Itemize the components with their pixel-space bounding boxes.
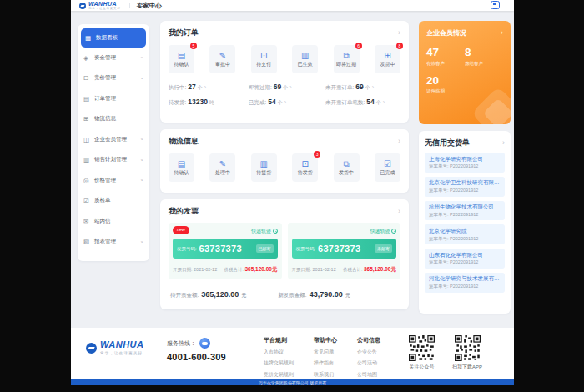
truck-icon: ⊞ (83, 116, 91, 123)
company-name: 北京化学卫生科技研究有限… (429, 179, 501, 186)
funds-icon: ◈ (83, 55, 91, 62)
footer-column-help-center: 帮助中心 常见问题 操作指南 联系我们 (314, 336, 337, 379)
delivery-list-item[interactable]: 上海化学研究有限公司 派车单号: P2022091912 (425, 153, 505, 173)
express-track-link[interactable]: 快递轨迹 (370, 228, 397, 235)
message-icon[interactable] (491, 1, 500, 9)
footer-link[interactable]: 操作指南 (314, 359, 337, 367)
brand-logo[interactable]: WANHUA 化学，让生活更美好 (79, 1, 121, 11)
logistics-status-processing[interactable]: ✎ 处理中 (209, 153, 235, 182)
footer-link[interactable]: 入市协议 (264, 349, 294, 356)
chevron-right-icon[interactable] (398, 29, 400, 37)
sidebar-item-sales-plan[interactable]: ▥ 销售计划管理 (78, 150, 149, 171)
header-nav-title[interactable]: 卖家中心 (137, 2, 162, 10)
logistics-status-pickup[interactable]: ▥ 待提货 (251, 153, 277, 182)
my-orders-title: 我的订单 (169, 28, 199, 38)
footer-logo: WANHUA 化学，让生活更美好 (86, 340, 144, 356)
wanhua-logo-icon (79, 3, 86, 9)
mascot-avatar-icon (199, 338, 210, 349)
logistics-status-to-ship[interactable]: 3 ⊡ 待发货 (292, 153, 318, 182)
stat-uninvoiced-count[interactable]: 未开票订单笔数: 54 个 (325, 98, 400, 107)
order-status-to-pay[interactable]: ⊡ 待支付 (251, 45, 277, 73)
footer-link[interactable]: 常见问题 (314, 349, 337, 356)
logistics-status-shipping[interactable]: ⧉ 发货中 (334, 153, 360, 182)
footer-link[interactable]: 竞价交易规则 (264, 371, 294, 379)
logistics-status-pending-confirm[interactable]: ▤ 待确认 (169, 153, 194, 182)
stat-to-ship[interactable]: 待发货: 13230 吨 (169, 98, 249, 107)
sidebar-item-logistics[interactable]: ⊞ 物流信息 (78, 109, 149, 130)
order-status-shipping[interactable]: 8 ⊞ 发货中 (375, 45, 400, 73)
sidebar-item-bidding[interactable]: ⊡ 竞价管理 (78, 68, 149, 89)
membership-stat-expiring-docs: 20 证件临期 (426, 75, 465, 95)
chevron-right-icon[interactable] (398, 208, 400, 215)
sidebar-item-membership[interactable]: ◫ 企业会员管理 (78, 129, 149, 150)
order-stats-grid: 执行中: 27 个 即将过期: 69 个 未开票订单: 69 个 待发货: 13… (169, 83, 400, 107)
check-icon: ☑ (384, 160, 391, 168)
delivery-list-item[interactable]: 北京化学卫生科技研究有限… 派车单号: P2022091912 (425, 177, 505, 197)
chevron-right-icon (284, 99, 286, 105)
footer-link[interactable]: 公司地图 (357, 371, 380, 379)
sidebar-item-pricing[interactable]: ◎ 价格管理 (78, 170, 149, 191)
sidebar-item-dashboard[interactable]: ▦ 数据看板 (81, 28, 146, 48)
sidebar-item-label: 企业会员管理 (94, 136, 127, 143)
member-icon: ◫ (83, 137, 91, 143)
sidebar-item-messages[interactable]: ✉ 站内信 (78, 211, 149, 232)
hotline-number: 4001-600-309 (167, 352, 226, 362)
count-badge: 5 (190, 43, 197, 49)
stat-completed[interactable]: 已完成: 54 个 (249, 98, 325, 107)
footer-link[interactable]: 联系我们 (314, 371, 337, 379)
order-status-in-approval[interactable]: ✎ 审批中 (209, 45, 235, 73)
chevron-down-icon (140, 77, 143, 80)
sidebar-item-quality-check[interactable]: ☑ 质检单 (78, 191, 149, 212)
sidebar-item-reports[interactable]: ▧ 报表管理 (78, 232, 149, 253)
stat-expiring[interactable]: 即将过期: 69 个 (249, 83, 325, 92)
dispatch-number: 派车单号: P2022091912 (429, 284, 501, 289)
count-badge: 6 (355, 43, 362, 49)
my-invoices-title: 我的发票 (169, 206, 199, 217)
seller-portal-page: WANHUA 化学，让生活更美好 卖家中心 ▦ 数据看板 ◈ 资金管理 ⊡ 竞价… (71, 0, 514, 385)
logistics-status-done[interactable]: ☑ 已完成 (375, 153, 400, 182)
order-status-pending-confirm[interactable]: 5 ▤ 待确认 (169, 45, 194, 73)
order-status-row: 5 ▤ 待确认 ✎ 审批中 ⊡ 待支付 ▥ 已生效 6 ⧉ 即将过期 (169, 45, 400, 73)
summary-new-invoice-amount: 新发票金额: 43,790.00 元 (278, 290, 350, 299)
order-status-expiring[interactable]: 6 ⧉ 即将过期 (334, 45, 360, 73)
invoice-card[interactable]: 快递轨迹 发票号码: 63737373 未邮寄 开票日期: 2021-02-12 (288, 223, 401, 279)
delivery-list-item[interactable]: 北京化学研究院 派车单号: P2022091912 (425, 224, 505, 244)
footer-link[interactable]: 公司活动 (357, 359, 380, 367)
track-arrow-icon (391, 229, 396, 234)
chevron-down-icon (140, 178, 143, 182)
mail-status-tag: 已邮寄 (256, 244, 274, 253)
express-track-link[interactable]: 快递轨迹 (251, 228, 278, 235)
sidebar-item-label: 数据看板 (96, 34, 118, 42)
delivery-list-item[interactable]: 山东石化化学有限公司 派车单号: P2022091912 (425, 249, 505, 269)
company-name: 上海化学研究有限公司 (429, 156, 501, 163)
company-name: 山东石化化学有限公司 (429, 252, 501, 259)
order-status-effective[interactable]: ▥ 已生效 (292, 45, 318, 73)
enterprise-membership-card[interactable]: 企业会员情况 47 有效客户 8 冻结客户 20 证件临期 (419, 21, 511, 124)
sidebar-item-funds[interactable]: ◈ 资金管理 (78, 48, 149, 68)
my-invoices-card: 我的发票 new 快递轨迹 发票号码: 63737373 已邮寄 (160, 199, 409, 309)
footer-link[interactable]: 企业公告 (357, 349, 380, 356)
invoice-card[interactable]: new 快递轨迹 发票号码: 63737373 已邮寄 开票日期: 2021-0… (169, 223, 282, 279)
chevron-right-icon[interactable] (502, 139, 505, 147)
service-hotline: 服务热线： 4001-600-309 (167, 338, 226, 362)
chevron-right-icon (289, 84, 291, 90)
wanhua-logo-icon (86, 343, 97, 354)
page-footer: WANHUA 化学，让生活更美好 服务热线： 4001-600-309 平台规则… (71, 328, 514, 379)
company-name: 河北化学研究与技术发展有… (429, 275, 501, 282)
invoice-date: 开票日期: 2021-02-12 (173, 267, 217, 273)
sidebar-item-orders[interactable]: ▤ 订单管理 (78, 88, 149, 109)
my-orders-card: 我的订单 5 ▤ 待确认 ✎ 审批中 ⊡ 待支付 ▥ 已生效 6 (160, 21, 409, 123)
chevron-right-icon (383, 99, 385, 105)
footer-qr-codes: 关注公众号 (409, 335, 482, 371)
top-header: WANHUA 化学，让生活更美好 卖家中心 (71, 0, 514, 11)
stat-executing[interactable]: 执行中: 27 个 (169, 83, 249, 92)
edit-icon: ✎ (219, 52, 226, 60)
envelope-icon: ✉ (83, 219, 91, 225)
delivery-list-item[interactable]: 河北化学研究与技术发展有… 派车单号: P2022091912 (425, 273, 505, 293)
chevron-right-icon[interactable] (398, 138, 400, 145)
footer-link[interactable]: 挂牌交易规则 (264, 359, 294, 367)
qr-official-account: 关注公众号 (409, 335, 435, 371)
delivery-list-item[interactable]: 杭州生物化学技术有限公司 派车单号: P2022091912 (425, 201, 505, 221)
stat-uninvoiced-orders[interactable]: 未开票订单: 69 个 (325, 83, 400, 92)
brand-name: WANHUA (88, 1, 121, 7)
